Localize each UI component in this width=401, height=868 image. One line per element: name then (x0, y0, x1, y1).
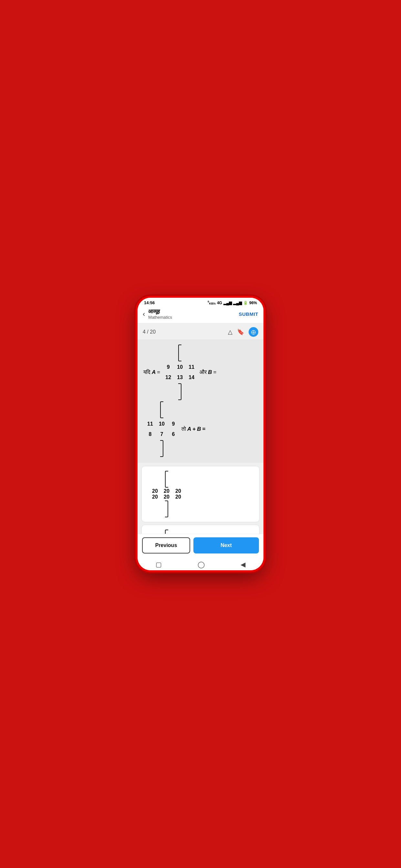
q-var-b: B (208, 367, 212, 378)
option-2-matrix: 10 5 10 5 10 10 (148, 530, 185, 534)
question-line1: यदि A = 9 10 11 12 13 (143, 345, 258, 400)
status-bar: 14:56 ⁰KB/s 4G ▂▄▆ ▂▄▆ 🔋 96% (137, 298, 264, 306)
header-icons: △ 🔖 ⨁ (228, 327, 258, 337)
question-header: 4 / 20 △ 🔖 ⨁ (137, 323, 264, 339)
title-sub: Mathematics (148, 315, 172, 320)
back-button[interactable]: ‹ (143, 310, 145, 318)
q-expression: A (187, 424, 191, 435)
nav-bar: ▢ ◯ ◀ (137, 559, 264, 570)
network-type: 4G (217, 301, 222, 305)
top-bar-title: आव्यूह Mathematics (148, 308, 172, 320)
status-icons: ⁰KB/s 4G ▂▄▆ ▂▄▆ 🔋 96% (208, 300, 257, 305)
question-count: 4 / 20 (143, 329, 156, 335)
content-area: 4 / 20 △ 🔖 ⨁ यदि A = (137, 323, 264, 534)
network-icon: ⁰KB/s (208, 300, 216, 305)
q-conjunction: और (199, 367, 207, 378)
top-bar: ‹ आव्यूह Mathematics SUBMIT (137, 306, 264, 323)
option-1-matrix: 20 20 20 20 20 20 (148, 471, 185, 517)
signal-icon: ▂▄▆ (223, 301, 232, 305)
matrix-a-r1c3: 11 (188, 362, 195, 372)
option-1[interactable]: 20 20 20 20 20 20 (142, 466, 259, 522)
matrix-b-row2: 8 7 6 (147, 429, 177, 439)
options-area: 20 20 20 20 20 20 (137, 465, 264, 534)
q-expression-b: B (197, 424, 201, 435)
matrix-a-r2c2: 13 (176, 372, 183, 383)
q-expression-eq: = (203, 424, 206, 435)
q-equals2: = (213, 367, 217, 378)
warning-icon[interactable]: △ (228, 329, 233, 336)
nav-circle-icon[interactable]: ◯ (197, 561, 205, 568)
matrix-b-r1c2: 10 (158, 419, 165, 429)
q-var-a: A (152, 367, 156, 378)
nav-back-icon[interactable]: ◀ (241, 561, 245, 568)
matrix-b-r2c1: 8 (147, 429, 154, 439)
battery-level: 96% (249, 301, 257, 305)
nav-home-icon[interactable]: ▢ (156, 561, 162, 568)
q-prefix: यदि (143, 367, 150, 378)
status-time: 14:56 (144, 300, 155, 305)
matrix-a-r2c3: 14 (188, 372, 195, 383)
submit-button[interactable]: SUBMIT (239, 311, 258, 317)
bookmark-icon[interactable]: 🔖 (237, 329, 244, 336)
opt1-row1: 20 20 20 (151, 488, 182, 494)
matrix-b-r2c2: 7 (158, 429, 165, 439)
signal-icon2: ▂▄▆ (233, 301, 242, 305)
matrix-b-r1c1: 11 (147, 419, 154, 429)
option-2[interactable]: 10 5 10 5 10 10 (142, 525, 259, 534)
battery-icon: 🔋 (243, 301, 248, 305)
question-box: यदि A = 9 10 11 12 13 (137, 339, 264, 463)
matrix-a-r1c1: 9 (165, 362, 172, 372)
q-equals1: = (157, 367, 160, 378)
matrix-a: 9 10 11 12 13 14 (163, 345, 197, 400)
previous-button[interactable]: Previous (142, 537, 190, 554)
q-then: तो (181, 424, 186, 435)
bottom-bar: Previous Next (137, 534, 264, 559)
matrix-b-r2c3: 6 (170, 429, 177, 439)
move-icon[interactable]: ⨁ (249, 327, 258, 337)
question-line2: 11 10 9 8 7 6 तो A + B (143, 401, 258, 457)
opt1-row2: 20 20 20 (151, 494, 182, 500)
title-hindi: आव्यूह (148, 308, 172, 315)
q-plus: + (192, 424, 196, 435)
matrix-b-r1c3: 9 (170, 419, 177, 429)
top-bar-left: ‹ आव्यूह Mathematics (143, 308, 172, 320)
matrix-b-row1: 11 10 9 (147, 419, 177, 429)
matrix-a-row2: 12 13 14 (165, 372, 195, 383)
next-button[interactable]: Next (193, 537, 259, 554)
matrix-a-row1: 9 10 11 (165, 362, 195, 372)
matrix-a-r2c1: 12 (165, 372, 172, 383)
matrix-a-r1c2: 10 (176, 362, 183, 372)
matrix-b: 11 10 9 8 7 6 (145, 401, 179, 457)
